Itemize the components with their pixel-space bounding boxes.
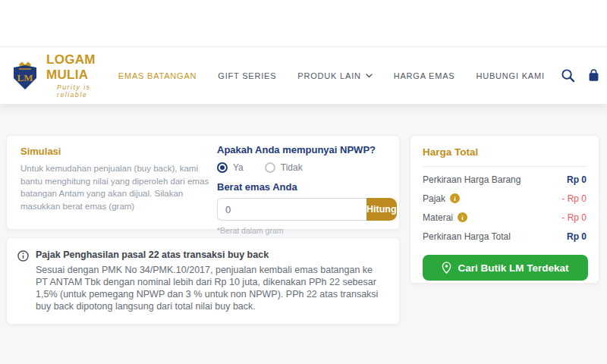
harga-row-pajak: Pajak i - Rp 0 xyxy=(423,189,587,208)
search-icon[interactable] xyxy=(555,63,581,89)
row-label: Pajak i xyxy=(423,193,460,204)
harga-total-card: Harga Total Perkiraan Harga Barang Rp 0 … xyxy=(410,135,599,284)
page: LM LOGAM MULIA Purity is reliable EMAS B… xyxy=(0,0,607,364)
brand-text: LOGAM MULIA Purity is reliable xyxy=(46,52,96,99)
radio-unselected-icon[interactable] xyxy=(265,162,275,173)
radio-selected-icon[interactable] xyxy=(217,162,228,173)
simulation-card: Simulasi Untuk kemudahan penjualan (buy … xyxy=(6,135,400,230)
svg-text:LM: LM xyxy=(17,72,33,83)
weight-note: *Berat dalam gram xyxy=(217,226,396,235)
radio-label: Tidak xyxy=(281,162,303,173)
nav-label: EMAS BATANGAN xyxy=(118,71,197,80)
weight-input-group: Hitung xyxy=(217,198,390,221)
row-value: - Rp 0 xyxy=(561,212,587,223)
nav-label: HUBUNGI KAMI xyxy=(476,71,544,80)
radio-option-tidak[interactable]: Tidak xyxy=(265,162,303,173)
divider xyxy=(423,166,587,167)
cart-bag-icon[interactable] xyxy=(581,63,607,89)
nav-label: HARGA EMAS xyxy=(394,71,455,80)
nav-harga-emas[interactable]: HARGA EMAS xyxy=(383,71,466,80)
logam-mulia-logo[interactable]: LM LOGAM MULIA Purity is reliable xyxy=(9,52,96,99)
row-label: Materai i xyxy=(423,212,467,223)
npwp-radio-group: Ya Tidak xyxy=(217,162,396,173)
nav-gift-series[interactable]: GIFT SERIES xyxy=(207,71,287,80)
cari-butik-button[interactable]: Cari Butik LM Terdekat xyxy=(423,255,588,281)
nav-label: PRODUK LAIN xyxy=(297,71,360,80)
pajak-info-icon[interactable]: i xyxy=(450,193,460,203)
main-nav: EMAS BATANGAN GIFT SERIES PRODUK LAIN HA… xyxy=(108,71,555,80)
brand-tagline: Purity is reliable xyxy=(57,83,96,99)
row-label: Perkiraan Harga Total xyxy=(423,231,511,242)
weight-input[interactable] xyxy=(217,198,366,221)
main-content: Simulasi Untuk kemudahan penjualan (buy … xyxy=(0,104,607,364)
radio-option-ya[interactable]: Ya xyxy=(217,162,244,173)
header-icons: antam xyxy=(555,63,607,89)
simulation-description: Untuk kemudahan penjualan (buy back), ka… xyxy=(20,162,212,212)
radio-label: Ya xyxy=(233,162,244,173)
harga-row-materai: Materai i - Rp 0 xyxy=(423,208,587,227)
nav-produk-lain[interactable]: PRODUK LAIN xyxy=(287,71,382,80)
harga-row-barang: Perkiraan Harga Barang Rp 0 xyxy=(423,170,587,189)
npwp-question: Apakah Anda mempunyai NPWP? xyxy=(217,144,396,155)
buyback-form: Apakah Anda mempunyai NPWP? Ya Tidak Ber… xyxy=(217,144,396,235)
tax-info-body: Sesuai dengan PMK No 34/PMK.10/2017, pen… xyxy=(36,264,386,312)
location-pin-icon xyxy=(442,262,451,274)
lm-shield-icon: LM xyxy=(9,60,41,92)
hitung-button[interactable]: Hitung xyxy=(366,198,397,221)
weight-label: Berat emas Anda xyxy=(217,181,396,193)
nav-hubungi-kami[interactable]: HUBUNGI KAMI xyxy=(465,71,555,80)
tax-info-text: Pajak Penghasilan pasal 22 atas transaks… xyxy=(36,249,386,312)
harga-row-total: Perkiraan Harga Total Rp 0 xyxy=(423,227,587,246)
row-label: Perkiraan Harga Barang xyxy=(423,174,521,185)
nav-emas-batangan[interactable]: EMAS BATANGAN xyxy=(108,71,208,80)
tax-info-title: Pajak Penghasilan pasal 22 atas transaks… xyxy=(36,249,386,260)
tax-info-card: Pajak Penghasilan pasal 22 atas transaks… xyxy=(6,237,400,325)
brand-name: LOGAM MULIA xyxy=(46,52,96,83)
info-circle-icon xyxy=(17,249,36,312)
simulation-intro: Simulasi Untuk kemudahan penjualan (buy … xyxy=(20,146,212,212)
row-label-text: Materai xyxy=(423,212,453,223)
harga-total-title: Harga Total xyxy=(423,146,587,158)
row-label-text: Pajak xyxy=(423,193,445,204)
chevron-down-icon xyxy=(366,74,373,78)
header: LM LOGAM MULIA Purity is reliable EMAS B… xyxy=(0,46,607,104)
materai-info-icon[interactable]: i xyxy=(458,212,467,222)
simulation-title: Simulasi xyxy=(20,146,212,157)
nav-label: GIFT SERIES xyxy=(218,71,276,80)
row-value: Rp 0 xyxy=(567,231,587,242)
cari-butik-label: Cari Butik LM Terdekat xyxy=(458,262,568,274)
row-value: - Rp 0 xyxy=(561,193,587,204)
row-value: Rp 0 xyxy=(567,174,587,185)
